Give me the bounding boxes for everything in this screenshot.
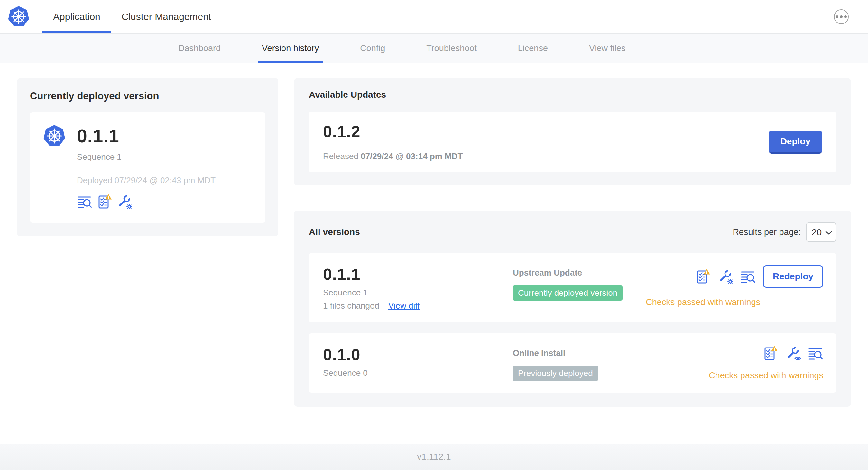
version-source-label: Online Install [513,348,709,358]
subtab-dashboard[interactable]: Dashboard [174,34,224,63]
released-prefix: Released [323,152,359,161]
released-date: 07/29/24 @ 03:14 pm MDT [361,152,463,161]
log-search-icon[interactable] [808,345,823,361]
ellipsis-menu-button[interactable] [834,9,849,24]
config-wrench-gear-icon[interactable] [117,194,132,209]
version-source-label: Upstream Update [513,268,646,278]
top-nav: Application Cluster Management [0,0,868,34]
subtab-view-files[interactable]: View files [585,34,630,63]
preflight-checks-warning-icon[interactable] [695,269,711,284]
available-updates-card: Available Updates 0.1.2 Released 07/29/2… [294,78,851,185]
config-wrench-gear-icon[interactable] [718,269,733,284]
subtab-version-history[interactable]: Version history [258,34,323,63]
ellipsis-menu-icon [836,15,838,18]
checks-status-text: Checks passed with warnings [646,297,760,307]
ellipsis-menu-icon [840,15,843,18]
config-wrench-eye-icon[interactable] [785,345,801,361]
all-versions-card: All versions Results per page: 20 [294,210,851,407]
row-sequence: Sequence 0 [323,368,513,378]
preflight-checks-warning-icon[interactable] [97,194,112,209]
tab-cluster-management[interactable]: Cluster Management [111,0,222,33]
update-version-number: 0.1.2 [323,123,463,141]
top-nav-tabs: Application Cluster Management [42,0,222,33]
app-kubernetes-icon [43,125,65,147]
row-version-number: 0.1.1 [323,265,513,284]
currently-deployed-badge: Currently deployed version [513,286,623,301]
previously-deployed-badge: Previously deployed [513,366,598,381]
footer: v1.112.1 [0,444,868,470]
current-version-number: 0.1.1 [77,125,119,146]
results-per-page-select[interactable]: 20 [806,222,836,242]
version-row-0-1-0: 0.1.0 Sequence 0 Online Install Previous… [309,333,836,393]
checks-status-text: Checks passed with warnings [709,371,823,381]
current-deployed-timestamp: Deployed 07/29/24 @ 02:43 pm MDT [77,175,252,186]
results-per-page-select-wrap: 20 [806,222,836,242]
kubernetes-logo [8,6,29,27]
subtab-troubleshoot[interactable]: Troubleshoot [423,34,480,63]
right-column: Available Updates 0.1.2 Released 07/29/2… [294,78,851,407]
main-content: Currently deployed version 0.1.1 Sequenc… [0,63,868,444]
deploy-button[interactable]: Deploy [769,131,822,154]
app-sub-nav: Dashboard Version history Config Trouble… [0,34,868,63]
version-row-0-1-1: 0.1.1 Sequence 1 1 files changed View di… [309,253,836,323]
row-sequence: Sequence 1 [323,288,513,298]
all-versions-title: All versions [309,227,360,237]
top-nav-spacer [222,0,834,33]
tab-application[interactable]: Application [42,0,111,33]
log-search-icon[interactable] [740,269,756,284]
currently-deployed-title: Currently deployed version [30,90,266,102]
files-changed-label: 1 files changed [323,301,379,311]
row-version-number: 0.1.0 [323,345,513,364]
preflight-checks-warning-icon[interactable] [763,345,778,361]
results-per-page-label: Results per page: [733,227,801,237]
currently-deployed-panel: 0.1.1 Sequence 1 Deployed 07/29/24 @ 02:… [30,112,266,223]
available-updates-title: Available Updates [309,90,836,100]
console-version: v1.112.1 [417,452,451,462]
view-diff-link[interactable]: View diff [388,301,420,311]
ellipsis-menu-icon [844,15,847,18]
update-released-timestamp: Released 07/29/24 @ 03:14 pm MDT [323,152,463,161]
available-update-row: 0.1.2 Released 07/29/24 @ 03:14 pm MDT D… [309,111,836,172]
subtab-config[interactable]: Config [356,34,389,63]
subtab-license[interactable]: License [514,34,552,63]
current-sequence: Sequence 1 [77,152,252,162]
currently-deployed-card: Currently deployed version 0.1.1 Sequenc… [17,78,278,236]
redeploy-button[interactable]: Redeploy [763,265,823,288]
log-search-icon[interactable] [77,194,92,209]
